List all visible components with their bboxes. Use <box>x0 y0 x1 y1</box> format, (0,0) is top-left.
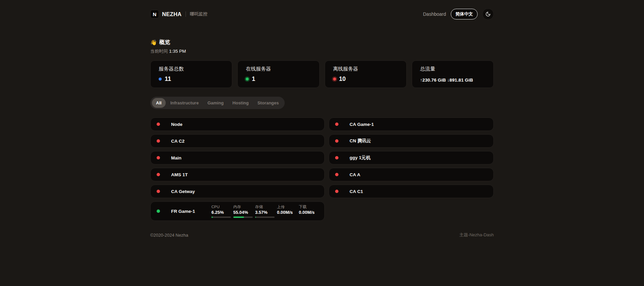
metric-progress-fill <box>211 217 213 218</box>
stats-grid: 服务器总数 11 在线服务器 1 离线服务器 10 总流量 ↑230.76 Gi… <box>150 60 494 88</box>
server-row[interactable]: ggy 1元机 <box>329 151 494 164</box>
brand-name: NEZHA <box>162 11 182 17</box>
stat-card[interactable]: 服务器总数 11 <box>150 60 232 88</box>
metric-value: 6.25% <box>211 209 231 216</box>
current-time-value: 1:35 PM <box>169 49 186 54</box>
server-row[interactable]: Node <box>150 117 325 131</box>
server-metric: 下载 0.00M/s <box>299 204 318 216</box>
status-dot-icon <box>246 78 249 81</box>
server-row[interactable]: CA C1 <box>329 185 494 198</box>
stat-card-title: 总流量 <box>420 66 485 72</box>
server-row[interactable]: CN 腾讯云 <box>329 134 494 148</box>
server-name: FR Game-1 <box>171 209 211 214</box>
server-name: ggy 1元机 <box>350 155 390 161</box>
server-name: Node <box>171 122 211 127</box>
metric-value: 3.57% <box>255 209 275 216</box>
metric-label: 上传 <box>277 204 296 209</box>
stat-card-value-row: 11 <box>159 76 224 83</box>
footer-copyright: ©2020-2024 Nezha <box>150 233 188 238</box>
current-time-label: 当前时间 <box>150 49 168 54</box>
server-name: CA Getway <box>171 189 211 194</box>
server-status-dot-icon <box>157 190 160 193</box>
stat-card[interactable]: 在线服务器 1 <box>237 60 319 88</box>
metric-label: 内存 <box>233 204 253 209</box>
status-dot-icon <box>333 78 336 81</box>
server-name: CA C2 <box>171 139 211 144</box>
footer: ©2020-2024 Nezha 主题-Nezha-Dash <box>150 232 494 251</box>
stat-card-value: ↑230.76 GiB ↓891.81 GiB <box>420 78 473 83</box>
metric-progress-bar <box>211 217 231 218</box>
server-row[interactable]: FR Game-1 CPU 6.25% 内存 55.04% 存储 3.57% 上… <box>150 201 325 221</box>
server-metric: 上传 0.00M/s <box>277 204 296 216</box>
tab-hosting[interactable]: Hosting <box>229 98 253 108</box>
server-status-dot-icon <box>335 156 338 159</box>
brand-logo[interactable]: N NEZHA 哪吒监控 <box>150 10 207 18</box>
metric-value: 0.00M/s <box>299 209 318 216</box>
server-row[interactable]: CA Getway <box>150 185 325 198</box>
stat-card-title: 在线服务器 <box>246 66 311 72</box>
server-status-dot-icon <box>157 156 160 159</box>
server-status-dot-icon <box>335 123 338 126</box>
stat-card-value-row: 10 <box>333 76 398 83</box>
stat-card[interactable]: 离线服务器 10 <box>325 60 407 88</box>
tab-storanges[interactable]: Storanges <box>253 98 283 108</box>
status-dot-icon <box>159 78 162 81</box>
brand-subtitle: 哪吒监控 <box>190 11 207 17</box>
server-status-dot-icon <box>335 139 338 143</box>
page-title: 👋 概览 <box>150 39 494 46</box>
metric-progress-bar <box>255 217 275 218</box>
metric-value: 0.00M/s <box>277 209 296 216</box>
server-name: CA C1 <box>350 189 390 194</box>
server-name: CA A <box>350 172 390 177</box>
server-status-dot-icon <box>335 190 338 193</box>
current-time: 当前时间1:35 PM <box>150 48 494 54</box>
stat-card-title: 离线服务器 <box>333 66 398 72</box>
brand-divider <box>186 11 186 17</box>
moon-icon <box>485 11 491 17</box>
stat-card-value-row: ↑230.76 GiB ↓891.81 GiB <box>420 78 485 83</box>
metric-label: 存储 <box>255 204 275 209</box>
logo-letter-icon: N <box>150 10 159 18</box>
server-grid: Node CA Game-1 CA C2 CN 腾讯云 Main ggy 1元机… <box>150 117 494 221</box>
server-row[interactable]: CA A <box>329 168 494 181</box>
server-metrics: CPU 6.25% 内存 55.04% 存储 3.57% 上传 0.00M/s … <box>211 204 318 218</box>
server-status-dot-icon <box>157 173 160 176</box>
server-name: AMS 1T <box>171 172 211 177</box>
language-button[interactable]: 简体中文 <box>451 9 478 19</box>
server-status-dot-icon <box>335 173 338 176</box>
page-title-text: 概览 <box>159 39 170 46</box>
server-row[interactable]: CA C2 <box>150 134 325 148</box>
overview-section: 👋 概览 当前时间1:35 PM <box>150 39 494 54</box>
footer-theme-credit[interactable]: 主题-Nezha-Dash <box>459 232 494 238</box>
stat-card-title: 服务器总数 <box>159 66 224 72</box>
group-tabs-wrap: All Infrastructure Gaming Hosting Storan… <box>150 97 494 109</box>
server-status-dot-icon <box>157 123 160 126</box>
theme-toggle-button[interactable] <box>482 8 494 20</box>
stat-card-value: 11 <box>165 76 171 83</box>
metric-progress-fill <box>255 217 256 218</box>
tab-infrastructure[interactable]: Infrastructure <box>166 98 203 108</box>
server-status-dot-icon <box>157 209 160 213</box>
metric-label: CPU <box>211 204 231 209</box>
metric-progress-fill <box>233 217 244 218</box>
group-tabs: All Infrastructure Gaming Hosting Storan… <box>150 97 285 109</box>
metric-label: 下载 <box>299 204 318 209</box>
header-nav: Dashboard 简体中文 <box>423 8 494 20</box>
nav-dashboard-link[interactable]: Dashboard <box>423 11 446 17</box>
server-row[interactable]: CA Game-1 <box>329 117 494 131</box>
server-name: CN 腾讯云 <box>350 138 390 144</box>
header: N NEZHA 哪吒监控 Dashboard 简体中文 <box>150 0 494 20</box>
stat-card[interactable]: 总流量 ↑230.76 GiB ↓891.81 GiB <box>412 60 494 88</box>
server-name: CA Game-1 <box>350 122 390 127</box>
stat-card-value-row: 1 <box>246 76 311 83</box>
metric-progress-bar <box>233 217 253 218</box>
server-row[interactable]: AMS 1T <box>150 168 325 181</box>
tab-gaming[interactable]: Gaming <box>203 98 228 108</box>
server-metric: 内存 55.04% <box>233 204 253 218</box>
server-metric: 存储 3.57% <box>255 204 275 218</box>
server-metric: CPU 6.25% <box>211 204 231 218</box>
tab-all[interactable]: All <box>152 98 166 108</box>
stat-card-value: 10 <box>339 76 346 83</box>
metric-value: 55.04% <box>233 209 253 216</box>
server-row[interactable]: Main <box>150 151 325 164</box>
